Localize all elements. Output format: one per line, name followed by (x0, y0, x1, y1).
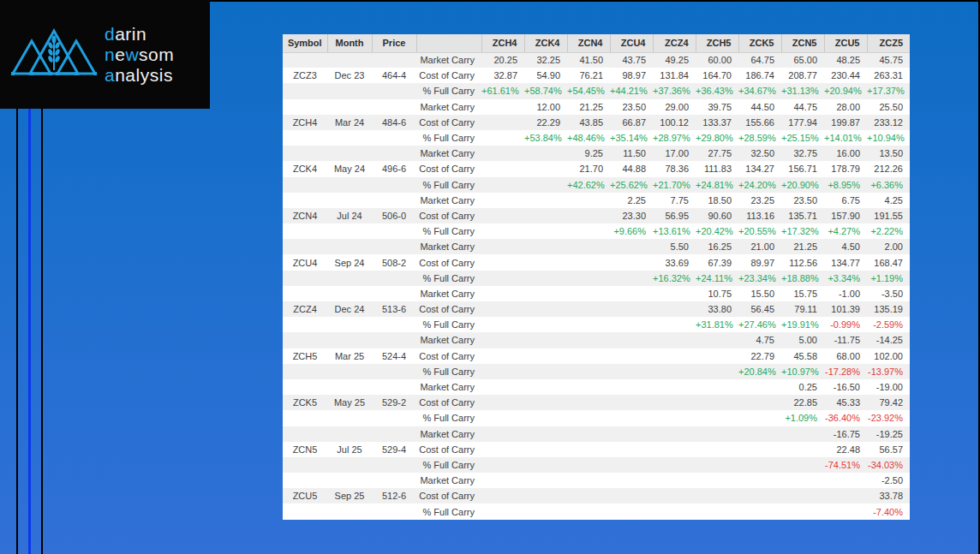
table-row: Market Carry-16.75-19.25 (283, 426, 910, 442)
column-header-month: Month (327, 34, 372, 52)
row-label-cell: Market Carry (416, 52, 481, 68)
value-cell: +9.66% (610, 223, 653, 239)
value-cell: 33.78 (867, 488, 910, 503)
table-row: Market Carry20.2532.2541.5043.7549.2560.… (283, 52, 910, 68)
value-cell: 65.00 (781, 52, 824, 68)
value-cell: 22.48 (824, 442, 867, 457)
value-cell (524, 488, 567, 503)
value-cell (524, 426, 567, 442)
value-cell: 43.75 (610, 52, 653, 68)
value-cell (653, 379, 696, 395)
value-cell (824, 473, 867, 488)
row-label-cell: % Full Carry (416, 271, 481, 286)
value-cell (567, 457, 610, 473)
month-cell: Jul 25 (327, 442, 372, 457)
value-cell: 76.21 (567, 68, 610, 83)
value-cell: +25.62% (610, 177, 653, 193)
row-label-cell: Cost of Carry (416, 161, 481, 176)
value-cell: 168.47 (867, 254, 910, 270)
value-cell (738, 503, 781, 519)
value-cell: -74.51% (824, 457, 867, 473)
value-cell (567, 271, 610, 286)
symbol-cell (283, 271, 327, 286)
month-cell: Sep 25 (327, 488, 372, 503)
row-label-cell: Cost of Carry (416, 115, 481, 130)
value-cell (481, 395, 524, 410)
value-cell: +58.74% (524, 83, 567, 98)
value-cell (524, 271, 567, 286)
value-cell: -14.25 (867, 332, 910, 348)
value-cell: 33.80 (696, 301, 738, 317)
value-cell: 23.50 (610, 99, 653, 115)
value-cell: 100.12 (653, 115, 696, 130)
value-cell (524, 254, 567, 270)
table-row: % Full Carry+42.62%+25.62%+21.70%+24.81%… (283, 177, 910, 193)
value-cell (738, 473, 781, 488)
symbol-cell (283, 146, 327, 161)
value-cell (567, 223, 610, 239)
logo-text-segment: arin (115, 24, 146, 44)
value-cell: 22.85 (781, 395, 824, 410)
row-label-cell: Cost of Carry (416, 254, 481, 270)
value-cell: 6.75 (824, 193, 867, 208)
value-cell (610, 286, 653, 301)
value-cell: -16.50 (824, 379, 867, 395)
row-label-cell: Cost of Carry (416, 301, 481, 317)
value-cell: 79.11 (781, 301, 824, 317)
value-cell: -3.50 (867, 286, 910, 301)
row-label-cell: Market Carry (416, 379, 481, 395)
value-cell (696, 457, 738, 473)
value-cell: 157.90 (824, 208, 867, 223)
value-cell: 56.45 (738, 301, 781, 317)
value-cell: 21.25 (781, 239, 824, 254)
value-cell (481, 317, 524, 332)
row-label-cell: Market Carry (416, 146, 481, 161)
value-cell (481, 442, 524, 457)
logo-text-segment: n (105, 45, 115, 64)
value-cell: -2.50 (867, 473, 910, 488)
value-cell: +10.94% (867, 130, 910, 146)
value-cell: 21.00 (738, 239, 781, 254)
price-cell: 464-4 (372, 68, 416, 83)
symbol-cell (283, 223, 327, 239)
value-cell: +20.55% (738, 223, 781, 239)
value-cell: 32.75 (781, 146, 824, 161)
value-cell (524, 301, 567, 317)
value-cell: 39.75 (696, 99, 738, 115)
table-row: Market Carry0.25-16.50-19.00 (283, 379, 910, 395)
value-cell: +35.14% (610, 130, 653, 146)
price-cell (372, 239, 416, 254)
value-cell: 12.00 (524, 99, 567, 115)
column-header-contract: ZCK5 (738, 34, 781, 52)
month-cell: Sep 24 (327, 254, 372, 270)
value-cell: 32.25 (524, 52, 567, 68)
month-cell (327, 317, 372, 332)
value-cell (610, 379, 653, 395)
symbol-cell (283, 52, 327, 68)
value-cell (781, 426, 824, 442)
value-cell: 22.79 (738, 348, 781, 364)
value-cell: 49.25 (653, 52, 696, 68)
row-label-cell: Cost of Carry (416, 488, 481, 503)
value-cell: -23.92% (867, 410, 910, 426)
value-cell (738, 379, 781, 395)
table-row: ZCH5Mar 25524-4Cost of Carry22.7945.5868… (283, 348, 910, 364)
table-row: ZCZ3Dec 23464-4Cost of Carry32.8754.9076… (283, 68, 910, 83)
value-cell: 11.50 (610, 146, 653, 161)
month-cell (327, 52, 372, 68)
value-cell: 90.60 (696, 208, 738, 223)
value-cell: 131.84 (653, 68, 696, 83)
value-cell: 5.00 (781, 332, 824, 348)
value-cell: 9.25 (567, 146, 610, 161)
value-cell: -0.99% (824, 317, 867, 332)
carry-table: SymbolMonthPriceZCH4ZCK4ZCN4ZCU4ZCZ4ZCH5… (283, 34, 910, 520)
value-cell (481, 254, 524, 270)
symbol-cell: ZCU5 (283, 488, 327, 503)
month-cell: Mar 24 (327, 115, 372, 130)
value-cell: 15.50 (738, 286, 781, 301)
value-cell: 20.25 (481, 52, 524, 68)
value-cell (524, 332, 567, 348)
value-cell (567, 488, 610, 503)
value-cell (738, 488, 781, 503)
value-cell (610, 348, 653, 364)
